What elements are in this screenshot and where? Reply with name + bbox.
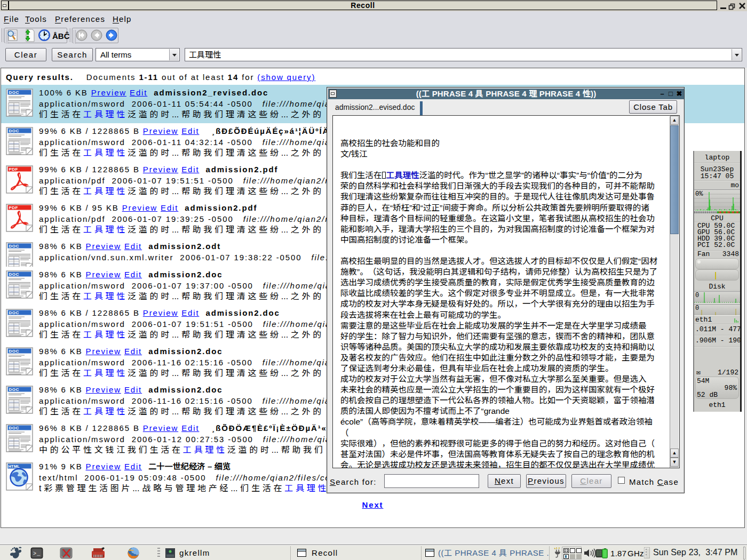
svg-text:DOC: DOC	[9, 310, 19, 315]
svg-text:DOC: DOC	[9, 129, 19, 133]
svg-text:DOC: DOC	[9, 272, 19, 277]
svg-text:DOC: DOC	[9, 244, 19, 249]
svg-text:HTML: HTML	[9, 464, 20, 469]
svg-text:DOC: DOC	[9, 387, 19, 392]
svg-text:0: 0	[695, 292, 699, 299]
svg-text:DOC: DOC	[9, 349, 19, 354]
svg-text:0%: 0%	[695, 190, 703, 198]
svg-text:>_: >_	[33, 551, 41, 557]
svg-text:PDF: PDF	[9, 167, 19, 172]
svg-text:DOC: DOC	[9, 426, 19, 430]
svg-text:0: 0	[695, 305, 699, 312]
svg-text:DOC: DOC	[9, 90, 19, 95]
svg-text:PDF: PDF	[9, 205, 19, 210]
